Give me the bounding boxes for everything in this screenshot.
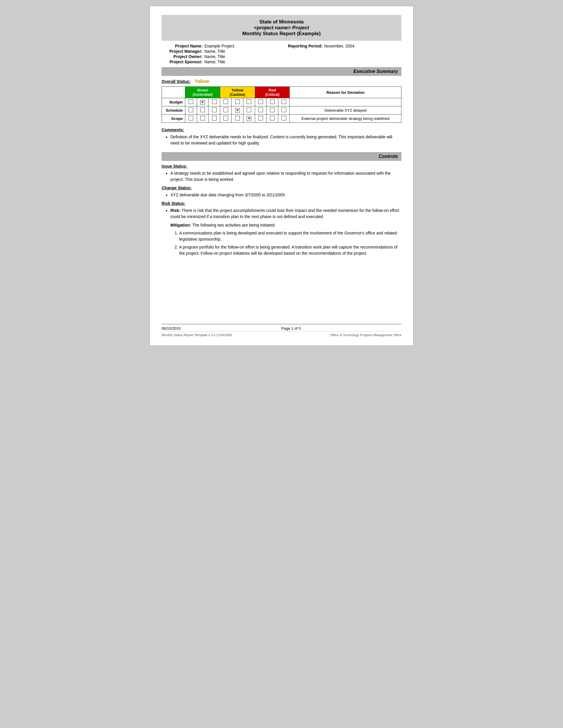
scope-reason: External project deliverable strategy be… xyxy=(290,115,402,123)
project-sponsor-value: Name, Title xyxy=(204,59,225,64)
budget-red-2 xyxy=(266,98,278,106)
header-line2: <project name> Project xyxy=(164,25,399,31)
schedule-reason: Deliverable XYZ delayed xyxy=(290,106,402,115)
controls-section: Issue Status: A strategy needs to be est… xyxy=(161,164,402,256)
checkbox xyxy=(200,108,205,112)
reporting-period-row: Reporting Period: November, 2004 xyxy=(282,44,402,48)
issue-status-list: A strategy needs to be established and a… xyxy=(161,170,402,183)
schedule-yellow-3 xyxy=(243,106,255,115)
footer-date: 06/10/2010 xyxy=(161,326,181,331)
reporting-period-value: November, 2004 xyxy=(324,44,355,48)
scope-label: Scope xyxy=(162,115,185,123)
checkbox-checked xyxy=(200,100,205,105)
header-line1: State of Minnesota xyxy=(164,19,399,25)
checkbox xyxy=(270,99,275,104)
budget-green-3 xyxy=(208,98,220,106)
budget-yellow-3 xyxy=(243,98,255,106)
checkbox xyxy=(246,108,251,112)
list-item: Definition of the XYZ deliverable needs … xyxy=(170,134,402,146)
schedule-green-2 xyxy=(197,106,208,115)
project-sponsor-row: Project Sponsor: Name, Title xyxy=(161,59,282,64)
overall-status-value: Yellow xyxy=(195,79,209,84)
scope-green-1 xyxy=(185,115,197,123)
budget-reason xyxy=(290,98,402,106)
mitigation-paragraph: Mitigation: The following two activities… xyxy=(170,222,402,228)
mitigation-list: A communications plan is being developed… xyxy=(170,230,402,256)
schedule-green-3 xyxy=(208,106,220,115)
list-item: A strategy needs to be established and a… xyxy=(170,170,402,183)
checkbox xyxy=(212,99,217,104)
checkbox xyxy=(235,99,240,104)
header-line3: Monthly Status Report (Example) xyxy=(164,31,399,37)
risk-text: There is risk that the project accomplis… xyxy=(170,208,399,219)
checkbox xyxy=(223,116,228,120)
list-item: XYZ deliverable due date changing from 3… xyxy=(170,192,402,198)
checkbox xyxy=(188,108,193,112)
issue-status-title: Issue Status: xyxy=(161,164,402,169)
scope-red-3 xyxy=(278,115,290,123)
project-owner-value: Name, Title xyxy=(204,54,225,59)
footer-template-info: Monthly Status Report Template v 2.0 11/… xyxy=(161,333,232,337)
footer-page: Page 1 of 5 xyxy=(281,326,301,331)
reporting-period-label: Reporting Period: xyxy=(282,44,323,48)
footer-office: Office of Technology Program Management … xyxy=(330,333,402,337)
schedule-red-3 xyxy=(278,106,290,115)
executive-summary-title: Executive Summary xyxy=(353,69,398,74)
checkbox xyxy=(282,116,286,120)
budget-green-2 xyxy=(197,98,208,106)
footer-bottom: Monthly Status Report Template v 2.0 11/… xyxy=(161,333,402,337)
schedule-green-1 xyxy=(185,106,197,115)
scope-yellow-3 xyxy=(243,115,255,123)
project-name-value: Example Project xyxy=(204,44,234,48)
comments-list: Definition of the XYZ deliverable needs … xyxy=(161,134,402,146)
schedule-label: Schedule xyxy=(162,106,185,115)
table-row: Scope External project deliverable strat… xyxy=(162,115,402,123)
checkbox xyxy=(282,108,286,112)
checkbox xyxy=(282,99,286,104)
risk-label: Risk: xyxy=(170,208,180,213)
table-row: Budget xyxy=(162,98,402,106)
scope-green-3 xyxy=(208,115,220,123)
red-header: Red(Critical) xyxy=(255,87,290,98)
mitigation-intro: The following two activities are being i… xyxy=(192,223,275,227)
page-header: State of Minnesota <project name> Projec… xyxy=(161,15,402,41)
mitigation-label: Mitigation: xyxy=(170,223,191,227)
budget-yellow-1 xyxy=(220,98,232,106)
list-item: A communications plan is being developed… xyxy=(179,230,402,242)
executive-summary-header: Executive Summary xyxy=(161,67,402,76)
footer-top: 06/10/2010 Page 1 of 5 xyxy=(161,326,402,331)
green-header: Green(Controlled) xyxy=(185,87,220,98)
schedule-red-2 xyxy=(266,106,278,115)
checkbox xyxy=(246,99,251,104)
project-name-label: Project Name: xyxy=(161,44,203,48)
project-manager-row: Project Manager: Name, Title xyxy=(161,49,282,54)
project-info: Project Name: Example Project Reporting … xyxy=(161,44,402,64)
controls-header: Controls xyxy=(161,152,402,161)
budget-red-1 xyxy=(255,98,266,106)
budget-yellow-2 xyxy=(232,98,243,106)
scope-yellow-2 xyxy=(232,115,243,123)
project-manager-value: Name, Title xyxy=(204,49,225,54)
checkbox xyxy=(258,108,263,112)
controls-title: Controls xyxy=(379,154,398,159)
page: State of Minnesota <project name> Projec… xyxy=(149,6,414,346)
checkbox xyxy=(188,99,193,104)
risk-status-list: Risk: There is risk that the project acc… xyxy=(161,207,402,220)
project-name-row: Project Name: Example Project xyxy=(161,44,282,48)
project-manager-label: Project Manager: xyxy=(161,49,203,54)
overall-status: Overall Status: Yellow xyxy=(161,79,402,84)
list-item: A program portfolio for the follow-on ef… xyxy=(179,244,402,256)
budget-green-1 xyxy=(185,98,197,106)
checkbox xyxy=(212,116,217,120)
table-row: Schedule Deliverable XYZ delayed xyxy=(162,106,402,115)
change-status-title: Change Status: xyxy=(161,186,402,190)
checkbox xyxy=(258,99,263,104)
checkbox xyxy=(270,108,275,112)
scope-yellow-1 xyxy=(220,115,232,123)
comments-title: Comments: xyxy=(161,127,402,132)
schedule-yellow-2 xyxy=(232,106,243,115)
reason-header: Reason for Deviation xyxy=(290,87,402,98)
checkbox xyxy=(235,116,240,120)
project-sponsor-label: Project Sponsor: xyxy=(161,59,203,64)
checkbox-checked xyxy=(246,116,251,121)
